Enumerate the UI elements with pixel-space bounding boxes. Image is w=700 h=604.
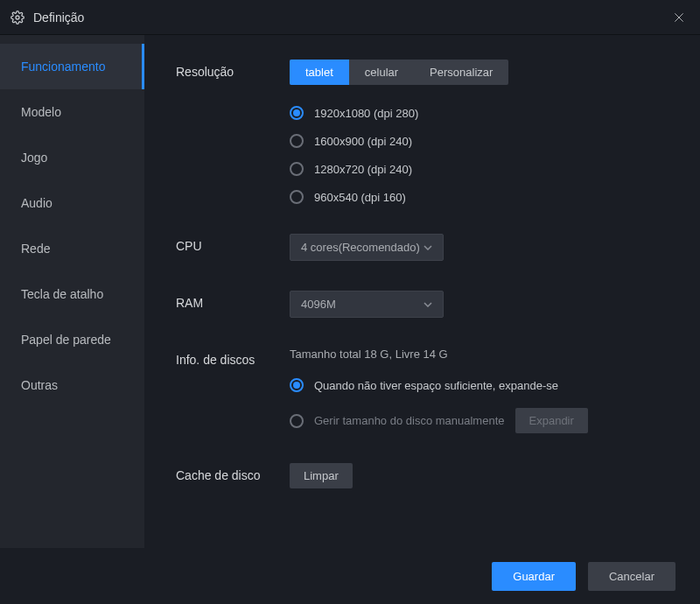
resolution-label: Resolução — [176, 60, 290, 79]
cpu-select[interactable]: 4 cores(Recomendado) — [290, 234, 444, 261]
disk-info-text: Tamanho total 18 G, Livre 14 G — [290, 348, 676, 361]
sidebar-item-outras[interactable]: Outras — [0, 362, 144, 408]
radio-icon — [290, 106, 304, 120]
titlebar: Definição — [0, 0, 700, 35]
radio-label: 960x540 (dpi 160) — [314, 191, 406, 204]
save-button[interactable]: Guardar — [492, 562, 576, 591]
radio-icon — [290, 414, 304, 428]
sidebar-item-papel-de-parede[interactable]: Papel de parede — [0, 317, 144, 362]
resolution-960x540[interactable]: 960x540 (dpi 160) — [290, 190, 676, 204]
disk-row: Info. de discos Tamanho total 18 G, Livr… — [176, 348, 676, 433]
cache-row: Cache de disco Limpar — [176, 463, 676, 488]
radio-label: Quando não tiver espaço suficiente, expa… — [314, 379, 558, 392]
disk-manual-manage[interactable]: Gerir tamanho do disco manualmente Expan… — [290, 408, 676, 433]
close-button[interactable] — [668, 7, 690, 28]
resolution-row: Resolução tablet celular Personalizar 19… — [176, 60, 676, 204]
resolution-1280x720[interactable]: 1280x720 (dpi 240) — [290, 162, 676, 176]
sidebar-item-modelo[interactable]: Modelo — [0, 89, 144, 135]
content-panel: Resolução tablet celular Personalizar 19… — [144, 35, 700, 548]
radio-label: 1280x720 (dpi 240) — [314, 163, 412, 176]
resolution-options: 1920x1080 (dpi 280) 1600x900 (dpi 240) 1… — [290, 106, 676, 204]
radio-icon — [290, 190, 304, 204]
cpu-value: 4 cores(Recomendado) — [301, 241, 420, 254]
radio-icon — [290, 162, 304, 176]
cache-label: Cache de disco — [176, 463, 290, 482]
cpu-row: CPU 4 cores(Recomendado) — [176, 234, 676, 261]
radio-label: 1600x900 (dpi 240) — [314, 135, 412, 148]
ram-value: 4096M — [301, 298, 336, 311]
disk-auto-expand[interactable]: Quando não tiver espaço suficiente, expa… — [290, 378, 676, 392]
ram-select[interactable]: 4096M — [290, 291, 444, 318]
radio-icon — [290, 134, 304, 148]
chevron-down-icon — [424, 302, 432, 307]
sidebar-item-tecla-de-atalho[interactable]: Tecla de atalho — [0, 271, 144, 317]
seg-personalizar[interactable]: Personalizar — [414, 60, 508, 85]
resolution-1600x900[interactable]: 1600x900 (dpi 240) — [290, 134, 676, 148]
sidebar-item-audio[interactable]: Audio — [0, 180, 144, 226]
resolution-mode-segment: tablet celular Personalizar — [290, 60, 508, 85]
gear-icon — [10, 11, 24, 25]
cancel-button[interactable]: Cancelar — [588, 562, 676, 591]
resolution-1920x1080[interactable]: 1920x1080 (dpi 280) — [290, 106, 676, 120]
cpu-label: CPU — [176, 234, 290, 253]
ram-row: RAM 4096M — [176, 291, 676, 318]
sidebar-item-funcionamento[interactable]: Funcionamento — [0, 44, 144, 89]
radio-label: Gerir tamanho do disco manualmente — [314, 414, 505, 427]
window-title: Definição — [33, 11, 84, 25]
radio-label: 1920x1080 (dpi 280) — [314, 107, 418, 120]
sidebar: Funcionamento Modelo Jogo Audio Rede Tec… — [0, 35, 144, 548]
ram-label: RAM — [176, 291, 290, 310]
sidebar-item-rede[interactable]: Rede — [0, 226, 144, 271]
chevron-down-icon — [424, 245, 432, 250]
svg-point-0 — [16, 16, 19, 19]
seg-tablet[interactable]: tablet — [290, 60, 349, 85]
expand-button[interactable]: Expandir — [515, 408, 588, 433]
disk-label: Info. de discos — [176, 348, 290, 367]
clear-cache-button[interactable]: Limpar — [290, 463, 353, 488]
footer: Guardar Cancelar — [0, 548, 700, 604]
radio-icon — [290, 378, 304, 392]
sidebar-item-jogo[interactable]: Jogo — [0, 135, 144, 180]
seg-celular[interactable]: celular — [349, 60, 414, 85]
